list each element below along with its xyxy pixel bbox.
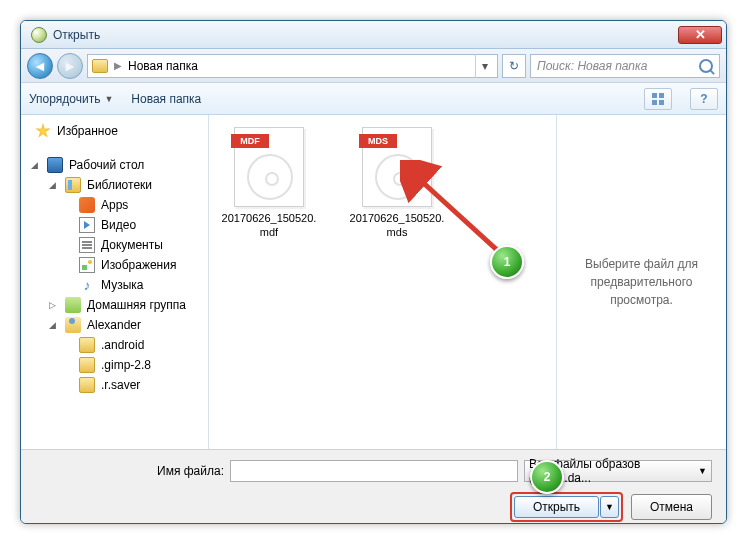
sidebar-folder-gimp[interactable]: .gimp-2.8 <box>21 355 208 375</box>
dialog-body: Избранное ◢ Рабочий стол ◢ Библиотеки Ap… <box>21 115 726 449</box>
address-dropdown[interactable]: ▾ <box>475 54 493 78</box>
sidebar-desktop[interactable]: ◢ Рабочий стол <box>21 155 208 175</box>
preview-text: Выберите файл для предварительного просм… <box>569 255 714 309</box>
cancel-button[interactable]: Отмена <box>631 494 712 520</box>
folder-icon <box>79 357 95 373</box>
file-item-mds[interactable]: MDS 20170626_150520.mds <box>349 127 445 240</box>
sidebar-favorites[interactable]: Избранное <box>21 121 208 141</box>
filename-label: Имя файла: <box>157 464 224 478</box>
tree-toggle-icon[interactable]: ▷ <box>49 300 59 310</box>
open-button[interactable]: Открыть <box>514 496 599 518</box>
sidebar-homegroup[interactable]: ▷ Домашняя группа <box>21 295 208 315</box>
svg-rect-3 <box>659 100 664 105</box>
tree-toggle-icon[interactable]: ◢ <box>49 320 59 330</box>
sidebar-libraries[interactable]: ◢ Библиотеки <box>21 175 208 195</box>
filetype-filter[interactable]: Все файлы образов (*.iso;*.da... ▼ <box>524 460 712 482</box>
preview-pane: Выберите файл для предварительного просм… <box>556 115 726 449</box>
music-icon: ♪ <box>79 277 95 293</box>
tree-toggle-icon[interactable]: ◢ <box>31 160 41 170</box>
sidebar-user[interactable]: ◢ Alexander <box>21 315 208 335</box>
sidebar-video[interactable]: Видео <box>21 215 208 235</box>
search-placeholder: Поиск: Новая папка <box>537 59 647 73</box>
sidebar: Избранное ◢ Рабочий стол ◢ Библиотеки Ap… <box>21 115 209 449</box>
back-button[interactable]: ◄ <box>27 53 53 79</box>
file-badge: MDF <box>231 134 269 148</box>
svg-rect-1 <box>659 93 664 98</box>
sidebar-images[interactable]: Изображения <box>21 255 208 275</box>
folder-icon <box>79 337 95 353</box>
newfolder-button[interactable]: Новая папка <box>131 92 201 106</box>
file-label: 20170626_150520.mds <box>349 211 445 240</box>
organize-button[interactable]: Упорядочить▼ <box>29 92 113 106</box>
file-label: 20170626_150520.mdf <box>221 211 317 240</box>
homegroup-icon <box>65 297 81 313</box>
toolbar: Упорядочить▼ Новая папка ? <box>21 83 726 115</box>
tree-toggle-icon[interactable]: ◢ <box>49 180 59 190</box>
folder-icon <box>79 377 95 393</box>
desktop-icon <box>47 157 63 173</box>
disc-icon <box>247 154 293 200</box>
svg-rect-0 <box>652 93 657 98</box>
sidebar-folder-rsaver[interactable]: .r.saver <box>21 375 208 395</box>
file-thumbnail: MDF <box>234 127 304 207</box>
svg-rect-2 <box>652 100 657 105</box>
help-button[interactable]: ? <box>690 88 718 110</box>
file-pane[interactable]: MDF 20170626_150520.mdf MDS 20170626_150… <box>209 115 556 449</box>
file-item-mdf[interactable]: MDF 20170626_150520.mdf <box>221 127 317 240</box>
breadcrumb-current[interactable]: Новая папка <box>128 59 198 73</box>
sidebar-documents[interactable]: Документы <box>21 235 208 255</box>
disc-icon <box>375 154 421 200</box>
folder-icon <box>92 59 108 73</box>
window-title: Открыть <box>53 28 100 42</box>
close-button[interactable]: ✕ <box>678 26 722 44</box>
titlebar: Открыть ✕ <box>21 21 726 49</box>
bottom-bar: Имя файла: Все файлы образов (*.iso;*.da… <box>21 449 726 524</box>
documents-icon <box>79 237 95 253</box>
search-input[interactable]: Поиск: Новая папка <box>530 54 720 78</box>
open-button-dropdown[interactable]: ▼ <box>600 496 619 518</box>
apps-icon <box>79 197 95 213</box>
libraries-icon <box>65 177 81 193</box>
star-icon <box>35 123 51 139</box>
sidebar-folder-android[interactable]: .android <box>21 335 208 355</box>
disc-icon <box>31 27 47 43</box>
search-icon <box>699 59 713 73</box>
navigation-bar: ◄ ► ▶ Новая папка ▾ ↻ Поиск: Новая папка <box>21 49 726 83</box>
filename-input[interactable] <box>230 460 518 482</box>
view-options-button[interactable] <box>644 88 672 110</box>
open-button-highlight: Открыть ▼ <box>510 492 623 522</box>
user-icon <box>65 317 81 333</box>
breadcrumb-separator: ▶ <box>114 60 122 71</box>
forward-button[interactable]: ► <box>57 53 83 79</box>
address-bar[interactable]: ▶ Новая папка ▾ <box>87 54 498 78</box>
refresh-button[interactable]: ↻ <box>502 54 526 78</box>
sidebar-music[interactable]: ♪ Музыка <box>21 275 208 295</box>
file-thumbnail: MDS <box>362 127 432 207</box>
video-icon <box>79 217 95 233</box>
file-badge: MDS <box>359 134 397 148</box>
chevron-down-icon: ▼ <box>698 466 707 476</box>
sidebar-apps[interactable]: Apps <box>21 195 208 215</box>
images-icon <box>79 257 95 273</box>
open-dialog: Открыть ✕ ◄ ► ▶ Новая папка ▾ ↻ Поиск: Н… <box>20 20 727 524</box>
